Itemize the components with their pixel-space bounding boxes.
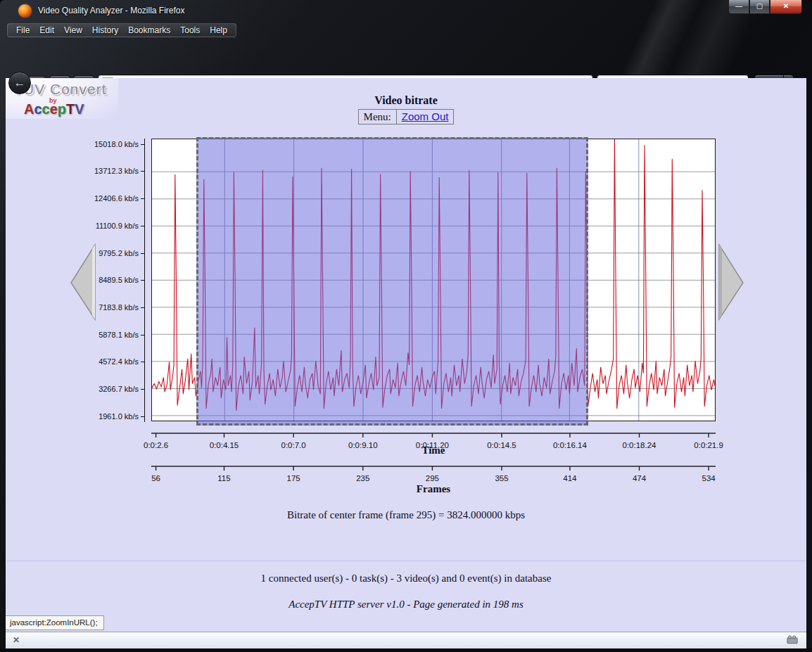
menu-history[interactable]: History: [92, 25, 118, 35]
frame-tick-label: 235: [356, 474, 369, 482]
zoom-out-link[interactable]: Zoom Out: [402, 110, 449, 122]
time-tick-label: 0:0:7.0: [281, 441, 306, 449]
status-link-popup: javascript:ZoomInURL();: [6, 615, 104, 630]
close-button[interactable]: ✕: [770, 0, 802, 14]
y-axis-tick: [141, 253, 144, 254]
back-button[interactable]: ←: [8, 72, 31, 94]
y-axis-line: [144, 139, 145, 422]
y-axis-label: 15018.0 kb/s: [75, 140, 139, 148]
horizontal-rule: [7, 561, 805, 561]
y-axis-label: 13712.3 kb/s: [75, 167, 139, 175]
center-frame-bitrate-text: Bitrate of center frame (frame 295) = 38…: [6, 509, 806, 521]
frame-tick-label: 115: [217, 474, 230, 482]
navigation-toolbar: ← → ⌂ ↻ ➜ http://127.0.0.1/bitrate.html?…: [0, 36, 812, 60]
y-axis-tick: [141, 171, 144, 172]
time-tick-label: 0:0:4.15: [210, 441, 239, 449]
time-tick-label: 0:0:18.24: [623, 441, 657, 449]
pan-left-arrow-button[interactable]: [68, 243, 97, 321]
footer-server-info: AccepTV HTTP server v1.0 - Page generate…: [6, 599, 806, 611]
y-axis-label: 11100.9 kb/s: [75, 222, 139, 230]
y-axis-tick: [141, 416, 144, 417]
frame-tick-label: 414: [563, 474, 577, 482]
window-bottom-border: [0, 648, 812, 652]
menu-tools[interactable]: Tools: [180, 25, 200, 35]
browser-window: Video Quality Analyzer - Mozilla Firefox…: [0, 0, 812, 652]
time-axis-title: Time: [363, 445, 504, 456]
page-title: Video bitrate: [6, 94, 806, 107]
menu-edit[interactable]: Edit: [39, 25, 54, 35]
y-axis-label: 1961.0 kb/s: [75, 412, 139, 421]
time-tick-label: 0:0:2.6: [144, 441, 168, 449]
addon-bar-close-icon[interactable]: ✕: [13, 635, 20, 645]
zoom-selection-region[interactable]: [196, 137, 588, 426]
y-axis-label: 5878.1 kb/s: [75, 331, 139, 339]
menu-bar: File Edit View History Bookmarks Tools H…: [7, 23, 236, 37]
y-axis-tick: [141, 144, 144, 145]
addon-plugin-icon[interactable]: [787, 635, 798, 644]
minimize-button[interactable]: —: [728, 0, 749, 14]
y-axis-label: 12406.6 kb/s: [75, 194, 139, 203]
screenshot-root: Video Quality Analyzer - Mozilla Firefox…: [0, 0, 812, 652]
frame-tick-label: 534: [702, 474, 716, 482]
frame-tick-label: 175: [287, 474, 300, 482]
y-axis-label: 3266.7 kb/s: [75, 385, 139, 393]
y-axis-tick: [141, 389, 144, 390]
maximize-button[interactable]: ▢: [749, 0, 770, 14]
y-axis-tick: [141, 280, 144, 281]
addon-bar: ✕: [6, 632, 806, 648]
footer-stats: 1 connected user(s) - 0 task(s) - 3 vide…: [6, 573, 806, 584]
y-axis-tick: [141, 362, 144, 362]
time-tick-label: 0:0:16.14: [553, 441, 588, 449]
menu-help[interactable]: Help: [210, 25, 227, 35]
firefox-icon: [18, 4, 32, 18]
frame-tick-label: 355: [495, 474, 508, 482]
window-title: Video Quality Analyzer - Mozilla Firefox: [38, 6, 185, 15]
frames-axis-title: Frames: [363, 483, 504, 495]
menu-label: Menu:: [358, 110, 396, 124]
y-axis-tick: [141, 198, 144, 199]
frame-tick-label: 56: [151, 474, 160, 482]
frame-tick-label: 474: [633, 474, 647, 482]
menu-file[interactable]: File: [16, 25, 30, 35]
frame-tick-label: 295: [426, 474, 439, 482]
y-axis-tick: [141, 226, 144, 226]
y-axis-label: 4572.4 kb/s: [75, 357, 139, 366]
y-axis-tick: [141, 307, 144, 308]
page-menu-table: Menu: Zoom Out: [358, 109, 455, 124]
tab-bar: ➜ Video Quality Analyzer +: [0, 60, 812, 78]
page-content: YUV Convert by AccepTV Video bitrate Men…: [6, 78, 806, 632]
menu-bookmarks[interactable]: Bookmarks: [128, 25, 170, 35]
pan-right-arrow-button[interactable]: [717, 243, 747, 321]
title-bar[interactable]: Video Quality Analyzer - Mozilla Firefox…: [0, 0, 812, 23]
menu-view[interactable]: View: [64, 25, 82, 35]
y-axis-tick: [141, 335, 144, 335]
time-tick-label: 0:0:21.9: [694, 441, 723, 449]
